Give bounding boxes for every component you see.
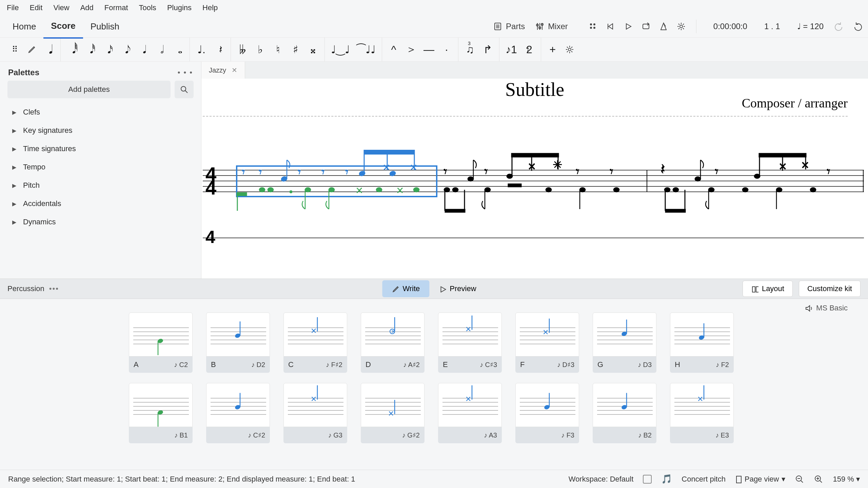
pad-C2[interactable]: ♪ C♯2 [206, 383, 270, 443]
mixer-button[interactable]: Mixer [535, 22, 568, 31]
palette-timesig[interactable]: ▶Time signatures [0, 140, 201, 158]
pencil-icon[interactable] [27, 45, 37, 54]
pad-D3[interactable]: ✕ F♪ D♯3 [515, 312, 579, 373]
pad-D3[interactable]: G♪ D3 [593, 312, 656, 373]
marcato[interactable]: ^ [388, 43, 399, 56]
duration-half[interactable]: 𝅗𝅥 [155, 43, 166, 56]
svg-point-53 [268, 187, 274, 192]
natural[interactable]: ♮ [272, 43, 283, 56]
menu-edit[interactable]: Edit [29, 3, 42, 12]
grab-handle-icon[interactable]: ⠿ [9, 45, 20, 54]
settings-icon[interactable] [676, 22, 686, 31]
redo-icon[interactable] [853, 22, 863, 31]
preview-button[interactable]: Preview [429, 280, 486, 297]
menu-format[interactable]: Format [104, 3, 128, 12]
grip-icon[interactable] [588, 22, 598, 31]
pad-A3[interactable]: ✕ ♪ A3 [438, 383, 502, 443]
double-sharp[interactable]: 𝄪 [308, 43, 318, 56]
rest-button[interactable]: 𝄽 [214, 43, 224, 56]
duration-32nd[interactable]: 𝅘𝅥𝅰 [84, 43, 95, 56]
write-button[interactable]: Write [382, 280, 429, 297]
pad-A2[interactable]: ✕ D♪ A♯2 [361, 312, 425, 373]
double-flat[interactable]: 𝄫 [237, 43, 248, 56]
tuplet-button[interactable]: 3♫ [465, 43, 475, 56]
pad-row-2: ♪ B1 ♪ C♯2 ✕ ♪ G3 [129, 383, 739, 443]
metronome-icon[interactable] [659, 22, 668, 31]
close-tab-icon[interactable]: ✕ [232, 66, 237, 74]
dot-button[interactable]: ♩. [196, 43, 207, 56]
customize-kit-button[interactable]: Customize kit [799, 281, 861, 297]
workspace-label[interactable]: Workspace: Default [569, 475, 634, 484]
loop-icon[interactable] [641, 22, 651, 31]
flat[interactable]: ♭ [255, 43, 265, 56]
svg-rect-230 [736, 476, 741, 483]
svg-marker-116 [806, 306, 810, 311]
layout-button[interactable]: Layout [743, 281, 793, 297]
tab-publish[interactable]: Publish [83, 15, 127, 38]
pad-C2[interactable]: A♪ C2 [129, 312, 193, 373]
flip-button[interactable]: ↱ [482, 43, 493, 56]
pad-G2[interactable]: ✕ ♪ G♯2 [361, 383, 425, 443]
pad-F2[interactable]: H♪ F2 [670, 312, 734, 373]
palette-dynamics[interactable]: ▶Dynamics [0, 213, 201, 231]
palette-accidentals[interactable]: ▶Accidentals [0, 195, 201, 213]
concert-pitch-checkbox[interactable] [643, 475, 652, 484]
tab-home[interactable]: Home [5, 15, 43, 38]
pad-D2[interactable]: B♪ D2 [206, 312, 270, 373]
duration-64th[interactable]: 𝅘𝅥𝅱 [67, 43, 78, 56]
zoom-in-icon[interactable] [814, 474, 823, 484]
voice-1[interactable]: ♪1 [506, 43, 517, 56]
tie-button[interactable]: ♩‿♩ [331, 43, 350, 56]
palette-tempo[interactable]: ▶Tempo [0, 158, 201, 176]
add-button[interactable]: + [547, 43, 558, 56]
duration-whole[interactable]: 𝅝 [173, 43, 183, 56]
duration-16th[interactable]: 𝅘𝅥𝅯 [102, 43, 113, 56]
score-staff[interactable]: 4 4 𝄾 𝄾 𝄾 [203, 150, 864, 245]
percussion-more-icon[interactable]: ••• [49, 284, 59, 293]
pad-B2[interactable]: ♪ B2 [593, 383, 656, 443]
rewind-icon[interactable] [606, 22, 615, 31]
menu-file[interactable]: File [7, 3, 19, 12]
palette-keysig[interactable]: ▶Key signatures [0, 121, 201, 140]
menu-view[interactable]: View [53, 3, 69, 12]
pad-B1[interactable]: ♪ B1 [129, 383, 193, 443]
staccato[interactable]: · [441, 43, 452, 56]
svg-rect-78 [445, 209, 465, 212]
score-canvas[interactable]: Subtitle Composer / arranger 4 4 [201, 79, 868, 279]
parts-button[interactable]: Parts [493, 22, 525, 31]
duration-quarter[interactable]: 𝅘𝅥 [137, 43, 148, 56]
pad-E3[interactable]: ✕ ♪ E3 [670, 383, 734, 443]
duration-8th[interactable]: 𝅘𝅥𝅮 [120, 43, 131, 56]
score-tab-jazzy[interactable]: Jazzy ✕ [201, 62, 245, 79]
accent[interactable]: ＞ [406, 42, 417, 57]
toolbar-settings-icon[interactable] [565, 45, 574, 54]
menu-add[interactable]: Add [80, 3, 94, 12]
tab-score[interactable]: Score [43, 15, 83, 39]
note-input-icon[interactable]: 𝅘𝅥 [43, 42, 54, 57]
add-palettes-button[interactable]: Add palettes [7, 81, 171, 98]
slur-button[interactable]: ⁀♩♩ [357, 43, 376, 56]
menu-help[interactable]: Help [202, 3, 218, 12]
tenuto[interactable]: — [423, 43, 434, 56]
undo-icon[interactable] [834, 22, 843, 31]
palette-search-button[interactable] [175, 81, 194, 98]
voice-2[interactable]: 𝄾2 [524, 43, 535, 56]
play-icon[interactable] [624, 22, 633, 31]
zoom-level[interactable]: 159 % ▾ [833, 475, 860, 484]
pad-G3[interactable]: ✕ ♪ G3 [283, 383, 347, 443]
menu-tools[interactable]: Tools [139, 3, 156, 12]
page-view-dropdown[interactable]: Page view ▾ [735, 475, 786, 484]
concert-pitch-label[interactable]: Concert pitch [682, 475, 726, 484]
palette-clefs[interactable]: ▶Clefs [0, 103, 201, 121]
sharp[interactable]: ♯ [290, 43, 301, 56]
menu-plugins[interactable]: Plugins [167, 3, 192, 12]
score-composer[interactable]: Composer / arranger [742, 96, 848, 110]
sound-font-label[interactable]: MS Basic [805, 304, 848, 312]
pad-C3[interactable]: ✕ E♪ C♯3 [438, 312, 502, 373]
palette-pitch[interactable]: ▶Pitch [0, 176, 201, 195]
pad-F2[interactable]: ✕ C♪ F♯2 [283, 312, 347, 373]
pad-F3[interactable]: ♪ F3 [515, 383, 579, 443]
sidebar-more-icon[interactable]: • • • [178, 68, 193, 77]
zoom-out-icon[interactable] [795, 474, 804, 484]
score-subtitle[interactable]: Subtitle [505, 79, 564, 100]
